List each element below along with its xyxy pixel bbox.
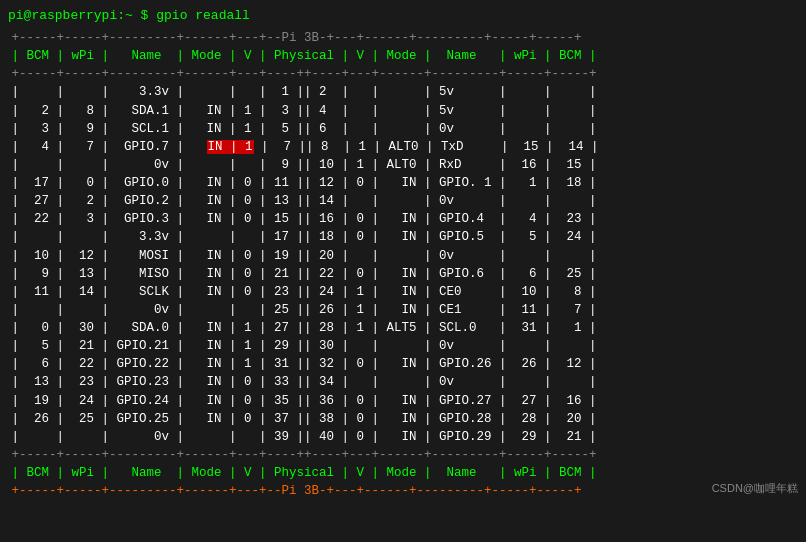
table-line: | 2 | 8 | SDA.1 | IN | 1 | 3 || 4 | | | … <box>4 102 802 120</box>
table-line: +-----+-----+---------+------+---+--Pi 3… <box>4 29 802 47</box>
table-line: +-----+-----+---------+------+---+----++… <box>4 65 802 83</box>
gpio-table: +-----+-----+---------+------+---+--Pi 3… <box>4 29 802 500</box>
command-prompt: pi@raspberrypi:~ $ gpio readall <box>4 6 802 25</box>
table-line: | BCM | wPi | Name | Mode | V | Physical… <box>4 47 802 65</box>
table-line: | 0 | 30 | SDA.0 | IN | 1 | 27 || 28 | 1… <box>4 319 802 337</box>
table-line: | | | 0v | | | 39 || 40 | 0 | IN | GPIO.… <box>4 428 802 446</box>
table-line: | | | 0v | | | 25 || 26 | 1 | IN | CE1 |… <box>4 301 802 319</box>
table-line: | | | 3.3v | | | 17 || 18 | 0 | IN | GPI… <box>4 228 802 246</box>
table-line: | 3 | 9 | SCL.1 | IN | 1 | 5 || 6 | | | … <box>4 120 802 138</box>
table-line: | | | 3.3v | | | 1 || 2 | | | 5v | | | <box>4 83 802 101</box>
terminal-window: pi@raspberrypi:~ $ gpio readall +-----+-… <box>0 0 806 504</box>
table-line: | 19 | 24 | GPIO.24 | IN | 0 | 35 || 36 … <box>4 392 802 410</box>
table-line: | 26 | 25 | GPIO.25 | IN | 0 | 37 || 38 … <box>4 410 802 428</box>
table-line: | 17 | 0 | GPIO.0 | IN | 0 | 11 || 12 | … <box>4 174 802 192</box>
table-line: | 10 | 12 | MOSI | IN | 0 | 19 || 20 | |… <box>4 247 802 265</box>
terminal-content: pi@raspberrypi:~ $ gpio readall +-----+-… <box>0 0 806 504</box>
table-line: +-----+-----+---------+------+---+--Pi 3… <box>4 482 802 500</box>
table-cell-after: | 7 || 8 | 1 | ALT0 | TxD | 15 | 14 | <box>254 140 599 154</box>
table-line: | 6 | 22 | GPIO.22 | IN | 1 | 31 || 32 |… <box>4 355 802 373</box>
table-line: +-----+-----+---------+------+---+----++… <box>4 446 802 464</box>
table-line: | 5 | 21 | GPIO.21 | IN | 1 | 29 || 30 |… <box>4 337 802 355</box>
table-line: | 13 | 23 | GPIO.23 | IN | 0 | 33 || 34 … <box>4 373 802 391</box>
table-cell-before: | 4 | 7 | GPIO.7 | <box>4 140 207 154</box>
watermark: CSDN@咖哩年糕 <box>712 481 798 496</box>
table-line: | 27 | 2 | GPIO.2 | IN | 0 | 13 || 14 | … <box>4 192 802 210</box>
terminal-body: pi@raspberrypi:~ $ gpio readall +-----+-… <box>0 0 806 504</box>
table-line: | 4 | 7 | GPIO.7 | IN | 1 | 7 || 8 | 1 |… <box>4 138 802 156</box>
table-line: | 22 | 3 | GPIO.3 | IN | 0 | 15 || 16 | … <box>4 210 802 228</box>
table-line: | 11 | 14 | SCLK | IN | 0 | 23 || 24 | 1… <box>4 283 802 301</box>
table-line: | | | 0v | | | 9 || 10 | 1 | ALT0 | RxD … <box>4 156 802 174</box>
table-line: | 9 | 13 | MISO | IN | 0 | 21 || 22 | 0 … <box>4 265 802 283</box>
highlighted-cell: IN | 1 <box>207 140 254 154</box>
table-line: | BCM | wPi | Name | Mode | V | Physical… <box>4 464 802 482</box>
